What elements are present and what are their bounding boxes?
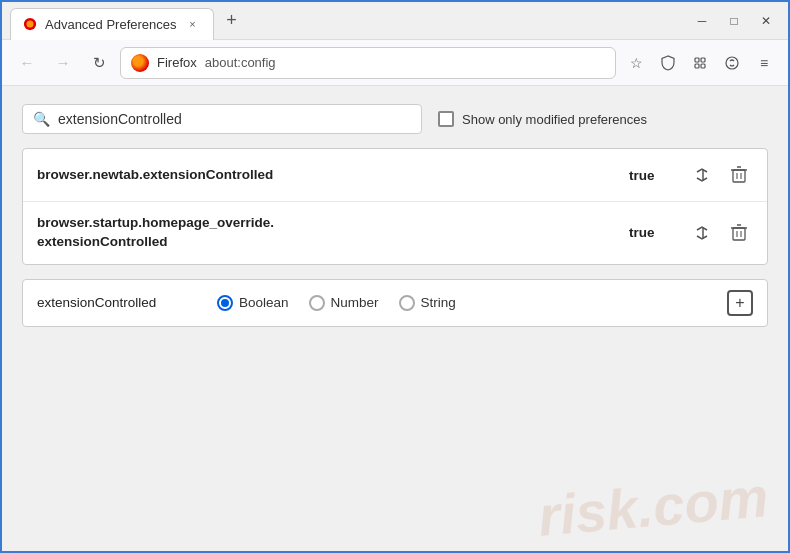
svg-rect-14: [733, 228, 745, 240]
svg-point-1: [27, 21, 34, 28]
type-radio-group: Boolean Number String: [217, 295, 456, 311]
show-modified-label: Show only modified preferences: [462, 112, 647, 127]
radio-boolean[interactable]: Boolean: [217, 295, 289, 311]
minimize-button[interactable]: ─: [688, 7, 716, 35]
search-icon: 🔍: [33, 111, 50, 127]
watermark: risk.com: [536, 469, 770, 545]
puzzle-icon: [692, 55, 708, 71]
svg-rect-3: [701, 58, 705, 62]
active-tab[interactable]: Advanced Preferences ×: [10, 8, 214, 40]
search-box[interactable]: 🔍: [22, 104, 422, 134]
sync-icon: [724, 55, 740, 71]
menu-button[interactable]: ≡: [750, 49, 778, 77]
tab-favicon: [23, 17, 37, 31]
window-controls: ─ □ ✕: [688, 7, 780, 35]
shield-icon: [660, 55, 676, 71]
close-tab-button[interactable]: ×: [185, 16, 201, 32]
preferences-table: browser.newtab.extensionControlled true: [22, 148, 768, 265]
radio-boolean-label: Boolean: [239, 295, 289, 310]
new-pref-name: extensionControlled: [37, 295, 197, 310]
search-row: 🔍 Show only modified preferences: [22, 104, 768, 134]
search-input[interactable]: [58, 111, 411, 127]
close-window-button[interactable]: ✕: [752, 7, 780, 35]
radio-number-label: Number: [331, 295, 379, 310]
reload-button[interactable]: ↻: [84, 48, 114, 78]
extension-button[interactable]: [686, 49, 714, 77]
pref-value: true: [629, 168, 669, 183]
new-preference-row: extensionControlled Boolean Number Strin…: [22, 279, 768, 327]
svg-point-6: [726, 57, 738, 69]
radio-boolean-circle: [217, 295, 233, 311]
radio-number[interactable]: Number: [309, 295, 379, 311]
address-url: about:config: [205, 55, 276, 70]
add-preference-button[interactable]: +: [727, 290, 753, 316]
new-tab-button[interactable]: +: [218, 7, 246, 35]
toggle-pref-button[interactable]: [689, 219, 717, 247]
trash-icon: [731, 224, 747, 242]
show-modified-checkbox[interactable]: [438, 111, 454, 127]
delete-pref-button[interactable]: [725, 219, 753, 247]
nav-icons: ☆ ≡: [622, 49, 778, 77]
svg-rect-2: [695, 58, 699, 62]
table-row[interactable]: browser.newtab.extensionControlled true: [23, 149, 767, 202]
pref-name: browser.newtab.extensionControlled: [37, 166, 629, 185]
title-bar: Advanced Preferences × + ─ □ ✕: [2, 2, 788, 40]
radio-number-circle: [309, 295, 325, 311]
svg-rect-4: [695, 64, 699, 68]
delete-pref-button[interactable]: [725, 161, 753, 189]
trash-icon: [731, 166, 747, 184]
maximize-button[interactable]: □: [720, 7, 748, 35]
show-modified-row[interactable]: Show only modified preferences: [438, 111, 647, 127]
shield-button[interactable]: [654, 49, 682, 77]
radio-string[interactable]: String: [399, 295, 456, 311]
svg-rect-5: [701, 64, 705, 68]
pref-value: true: [629, 225, 669, 240]
bookmark-star-button[interactable]: ☆: [622, 49, 650, 77]
toggle-icon: [694, 224, 712, 242]
toggle-pref-button[interactable]: [689, 161, 717, 189]
tab-title: Advanced Preferences: [45, 17, 177, 32]
forward-button[interactable]: →: [48, 48, 78, 78]
pref-actions: [689, 219, 753, 247]
back-button[interactable]: ←: [12, 48, 42, 78]
browser-name-label: Firefox: [157, 55, 197, 70]
pref-name: browser.startup.homepage_override.extens…: [37, 214, 629, 252]
sync-button[interactable]: [718, 49, 746, 77]
pref-actions: [689, 161, 753, 189]
content-area: risk.com 🔍 Show only modified preference…: [2, 86, 788, 553]
toggle-icon: [694, 166, 712, 184]
radio-string-circle: [399, 295, 415, 311]
radio-string-label: String: [421, 295, 456, 310]
table-row[interactable]: browser.startup.homepage_override.extens…: [23, 202, 767, 264]
nav-bar: ← → ↻ Firefox about:config ☆: [2, 40, 788, 86]
firefox-logo-icon: [131, 54, 149, 72]
svg-rect-8: [733, 170, 745, 182]
address-bar[interactable]: Firefox about:config: [120, 47, 616, 79]
